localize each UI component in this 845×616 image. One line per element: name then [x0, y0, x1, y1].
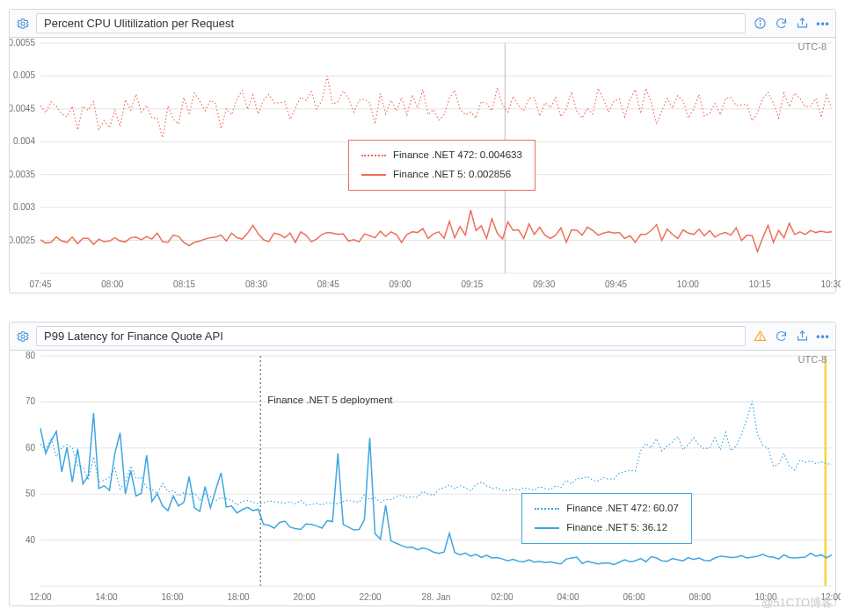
chart-latency[interactable]: UTC-8 405060708012:0014:0016:0018:0020:0… — [10, 351, 835, 605]
legend-swatch-dotted — [535, 508, 559, 510]
panel-actions: ••• — [753, 17, 830, 31]
svg-text:08:45: 08:45 — [317, 279, 339, 289]
svg-text:09:15: 09:15 — [461, 279, 483, 289]
legend-entry-5: Finance .NET 5: 36.12 — [535, 518, 679, 538]
legend-box: Finance .NET 472: 0.004633 Finance .NET … — [348, 140, 535, 191]
svg-text:20:00: 20:00 — [293, 592, 315, 602]
svg-text:0.003: 0.003 — [13, 202, 35, 212]
refresh-icon[interactable] — [774, 330, 788, 344]
legend-swatch-dotted — [361, 155, 386, 156]
panel-title-input[interactable] — [36, 13, 746, 33]
svg-text:08:15: 08:15 — [173, 279, 195, 289]
svg-text:08:00: 08:00 — [101, 279, 123, 289]
svg-text:07:45: 07:45 — [29, 279, 51, 289]
svg-text:0.0055: 0.0055 — [10, 38, 35, 47]
panel-header: ••• — [10, 322, 835, 351]
svg-text:14:00: 14:00 — [95, 592, 117, 602]
warning-icon[interactable] — [753, 330, 767, 344]
timezone-label: UTC-8 — [798, 354, 827, 365]
refresh-icon[interactable] — [774, 17, 788, 31]
svg-text:28. Jan: 28. Jan — [422, 592, 451, 602]
svg-text:02:00: 02:00 — [491, 592, 513, 602]
svg-text:40: 40 — [25, 535, 36, 545]
panel-header: ••• — [10, 10, 835, 38]
more-icon[interactable]: ••• — [816, 17, 830, 31]
svg-text:18:00: 18:00 — [227, 592, 249, 602]
settings-gear-icon[interactable] — [15, 329, 31, 344]
legend-entry-472: Finance .NET 472: 60.07 — [535, 499, 679, 518]
more-icon[interactable]: ••• — [816, 330, 830, 344]
svg-text:09:45: 09:45 — [605, 279, 627, 289]
svg-text:04:00: 04:00 — [557, 592, 579, 602]
legend-box: Finance .NET 472: 60.07 Finance .NET 5: … — [521, 493, 692, 544]
legend-entry-5: Finance .NET 5: 0.002856 — [361, 165, 522, 185]
svg-text:08:30: 08:30 — [245, 279, 267, 289]
svg-text:80: 80 — [25, 351, 36, 360]
svg-text:09:30: 09:30 — [533, 279, 555, 289]
svg-text:22:00: 22:00 — [359, 592, 381, 602]
settings-gear-icon[interactable] — [15, 16, 31, 32]
svg-text:50: 50 — [25, 489, 36, 498]
legend-label: Finance .NET 5: 0.002856 — [393, 165, 511, 185]
timezone-label: UTC-8 — [798, 41, 827, 52]
svg-text:06:00: 06:00 — [623, 592, 645, 602]
svg-point-0 — [21, 22, 25, 25]
svg-text:09:00: 09:00 — [390, 279, 412, 289]
legend-swatch-solid — [361, 174, 386, 176]
panel-latency: ••• UTC-8 405060708012:0014:0016:0018:00… — [9, 322, 836, 606]
svg-point-34 — [760, 338, 761, 339]
chart-cpu[interactable]: UTC-8 0.00250.0030.00350.0040.00450.0050… — [10, 38, 835, 293]
legend-label: Finance .NET 472: 60.07 — [566, 499, 679, 518]
annotation-label: Finance .NET 5 deployment — [267, 395, 392, 405]
svg-text:60: 60 — [25, 443, 36, 453]
svg-text:10:15: 10:15 — [749, 279, 771, 289]
info-icon[interactable] — [753, 17, 767, 31]
legend-swatch-solid — [535, 527, 559, 529]
legend-entry-472: Finance .NET 472: 0.004633 — [361, 146, 522, 165]
watermark: @51CTO博客 — [761, 595, 833, 611]
legend-label: Finance .NET 5: 36.12 — [566, 518, 667, 538]
svg-point-3 — [760, 20, 761, 21]
panel-cpu: ••• UTC-8 0.00250.0030.00350.0040.00450.… — [9, 9, 836, 294]
panel-actions: ••• — [753, 330, 830, 344]
svg-text:0.005: 0.005 — [13, 70, 35, 80]
svg-point-32 — [21, 335, 25, 338]
svg-text:0.0025: 0.0025 — [10, 236, 35, 245]
svg-text:70: 70 — [25, 396, 36, 406]
svg-text:0.0045: 0.0045 — [10, 104, 35, 113]
svg-text:16:00: 16:00 — [161, 592, 183, 602]
share-icon[interactable] — [795, 17, 809, 31]
share-icon[interactable] — [795, 330, 809, 344]
svg-text:10:30: 10:30 — [820, 279, 841, 289]
svg-text:12:00: 12:00 — [29, 592, 51, 602]
panel-title-input[interactable] — [36, 326, 746, 346]
svg-text:0.004: 0.004 — [13, 136, 35, 146]
legend-label: Finance .NET 472: 0.004633 — [393, 146, 522, 165]
svg-text:08:00: 08:00 — [688, 592, 710, 602]
svg-text:10:00: 10:00 — [677, 279, 699, 289]
svg-text:0.0035: 0.0035 — [10, 170, 35, 179]
